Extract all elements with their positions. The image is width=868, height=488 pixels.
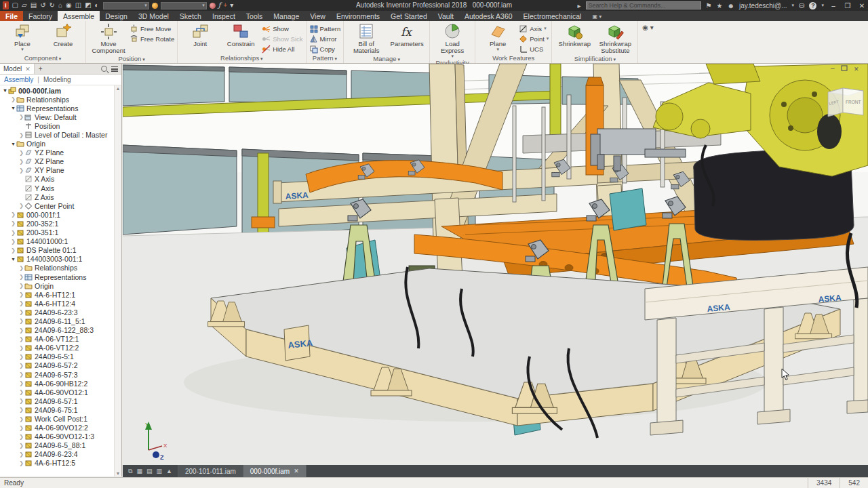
expand-closed-icon[interactable]: ❯ — [18, 283, 24, 289]
parameters-button[interactable]: fxParameters — [387, 22, 427, 47]
expand-closed-icon[interactable]: ❯ — [18, 345, 24, 351]
plane-button[interactable]: Plane▾ — [478, 22, 517, 52]
appearance-combo[interactable] — [161, 2, 207, 9]
create-button[interactable]: Create — [43, 22, 83, 47]
tree-scrollbar[interactable]: ▲▼ — [114, 85, 121, 476]
ribbon-overflow-button[interactable]: ◉ ▾ — [638, 21, 658, 63]
browser-tab-model[interactable]: Model ✕ — [0, 64, 35, 74]
tree-item[interactable]: Y Axis — [0, 184, 121, 192]
tab-vault[interactable]: Vault — [433, 11, 459, 21]
tab-get-started[interactable]: Get Started — [385, 11, 433, 21]
tree-item[interactable]: ❯4A-6-HT12:1 — [0, 290, 121, 299]
help-dropdown-icon[interactable]: ▾ — [821, 3, 824, 8]
expand-closed-icon[interactable]: ❯ — [10, 230, 16, 236]
expand-closed-icon[interactable]: ❯ — [18, 265, 24, 271]
expand-closed-icon[interactable]: ❯ — [18, 434, 24, 440]
tree-item[interactable]: ❯24A09-6-57:2 — [0, 361, 121, 370]
fx-icon[interactable]: ƒ — [218, 1, 221, 9]
free-rotate-button[interactable]: Free Rotate — [130, 34, 174, 43]
expand-closed-icon[interactable]: ❯ — [18, 132, 24, 138]
doc-close-button[interactable]: ✕ — [854, 66, 859, 73]
window-arrange-icon-3[interactable]: ▥ — [156, 468, 162, 474]
expand-closed-icon[interactable]: ❯ — [10, 96, 16, 102]
close-button[interactable]: ✕ — [857, 2, 867, 9]
expand-open-icon[interactable]: ▾ — [2, 87, 8, 94]
user-name[interactable]: jay.tedeschi@... — [739, 2, 787, 9]
tree-item[interactable]: ▾Origin — [0, 140, 121, 148]
return-icon[interactable]: ◉ — [66, 1, 72, 9]
minimize-button[interactable]: – — [829, 2, 838, 9]
tree-item[interactable]: ❯24A09-6-23:3 — [0, 308, 121, 317]
restore-button[interactable]: ❐ — [843, 2, 852, 9]
tree-item[interactable]: ▾144003003-001:1 — [0, 255, 121, 264]
constrain-button[interactable]: Constrain — [221, 22, 260, 47]
tree-item[interactable]: ❯XZ Plane — [0, 157, 121, 166]
move-component-button[interactable]: Move Component — [89, 22, 128, 54]
tree-item[interactable]: ❯24A09-6-57:3 — [0, 370, 121, 379]
tree-item[interactable]: ▾000-000f.iam — [0, 86, 121, 95]
window-arrange-icon-2[interactable]: ▤ — [146, 468, 153, 474]
browser-search-icon[interactable] — [101, 66, 107, 72]
redo-icon[interactable]: ↻ — [50, 1, 55, 9]
window-arrange-icon-4[interactable]: ▲ — [166, 468, 172, 474]
screencast-icon[interactable]: ▣ ▾ — [587, 11, 607, 21]
tree-item[interactable]: ❯4A-06-VT12:2 — [0, 344, 121, 352]
tab-environments[interactable]: Environments — [331, 11, 385, 21]
tree-item[interactable]: ❯200-352:1 — [0, 219, 121, 228]
cart-icon[interactable]: ⛁ — [799, 2, 804, 9]
tab-electromechanical[interactable]: Electromechanical — [518, 11, 587, 21]
tab-inspect[interactable]: Inspect — [207, 11, 241, 21]
inventor-logo[interactable]: I — [3, 1, 9, 9]
bill-of-materials-button[interactable]: Bill of Materials — [347, 22, 386, 54]
tree-item[interactable]: ❯4A-6-HT12:4 — [0, 299, 121, 308]
expand-closed-icon[interactable]: ❯ — [18, 380, 24, 386]
dropdown-icon[interactable]: ▾ — [230, 1, 233, 9]
mode-assembly[interactable]: Assembly — [4, 76, 33, 83]
expand-closed-icon[interactable]: ❯ — [18, 389, 24, 395]
tree-item[interactable]: ❯XY Plane — [0, 166, 121, 175]
tab-tools[interactable]: Tools — [241, 11, 269, 21]
expand-closed-icon[interactable]: ❯ — [18, 327, 24, 333]
hide-all-button[interactable]: Hide All — [262, 44, 302, 54]
open-icon[interactable]: ▱ — [22, 1, 27, 9]
mirror-button[interactable]: Mirror — [309, 34, 341, 43]
tree-item[interactable]: Position — [0, 121, 121, 130]
new-file-icon[interactable]: ▢ — [12, 1, 18, 9]
show-button[interactable]: Show — [262, 24, 302, 33]
tree-item[interactable]: Z Axis — [0, 192, 121, 201]
doc-minimize-button[interactable]: – — [831, 64, 835, 72]
expand-closed-icon[interactable]: ❯ — [18, 443, 24, 449]
ribbon-group-label[interactable]: Pattern ▾ — [307, 54, 344, 63]
expand-closed-icon[interactable]: ❯ — [10, 247, 16, 253]
tree-item[interactable]: ❯24A09-6-11_5:1 — [0, 317, 121, 325]
viewport-3d[interactable]: ASKA — [123, 64, 868, 465]
plus-icon[interactable]: + — [223, 1, 227, 9]
expand-closed-icon[interactable]: ❯ — [18, 291, 24, 298]
show-sick-button[interactable]: Show Sick — [262, 34, 302, 43]
tab-3d-model[interactable]: 3D Model — [133, 11, 174, 21]
tree-item[interactable]: ❯24A09-6-57:1 — [0, 396, 121, 405]
tree-item[interactable]: ❯YZ Plane — [0, 148, 121, 157]
tree-item[interactable]: ❯Relationships — [0, 95, 121, 104]
tree-item[interactable]: ❯Center Point — [0, 201, 121, 210]
expand-closed-icon[interactable]: ❯ — [18, 416, 24, 422]
shrinkwrap-button[interactable]: Shrinkwrap — [555, 22, 594, 47]
expand-closed-icon[interactable]: ❯ — [18, 407, 24, 413]
measure-icon[interactable]: ◫ — [75, 1, 81, 9]
expand-closed-icon[interactable]: ❯ — [18, 150, 24, 156]
ribbon-group-label[interactable]: Component ▾ — [0, 54, 85, 63]
browser-add-tab[interactable]: + — [35, 65, 47, 73]
help-icon[interactable]: ? — [809, 2, 816, 9]
browser-menu-icon[interactable] — [111, 66, 118, 72]
pattern-button[interactable]: Pattern — [309, 24, 341, 33]
ribbon-group-label[interactable]: Relationships ▾ — [178, 54, 305, 63]
tree-item[interactable]: ❯4A-06-90VO12:2 — [0, 424, 121, 432]
viewcube-front-face[interactable]: FRONT — [846, 100, 861, 104]
expand-closed-icon[interactable]: ❯ — [18, 300, 24, 306]
point-button[interactable]: Point▾ — [519, 34, 549, 43]
tree-item[interactable]: ❯000-001f:1 — [0, 210, 121, 219]
tab-close-icon[interactable]: ✕ — [294, 468, 299, 474]
free-move-button[interactable]: Free Move — [130, 24, 174, 33]
expand-open-icon[interactable]: ▾ — [10, 105, 16, 111]
joint-button[interactable]: Joint — [180, 22, 220, 47]
